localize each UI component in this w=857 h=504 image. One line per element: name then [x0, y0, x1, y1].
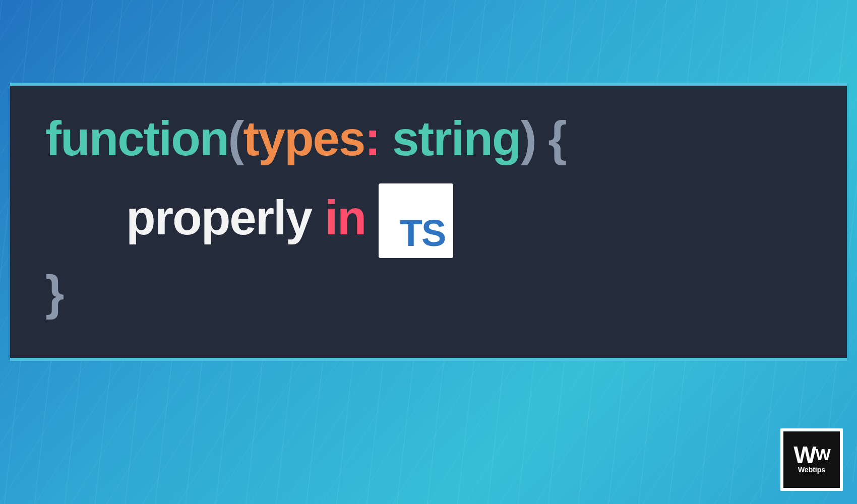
- code-line-3: }: [45, 265, 812, 321]
- watermark-inner: WW Webtips: [783, 431, 840, 488]
- token-colon: :: [364, 111, 380, 165]
- token-brace-close: }: [45, 266, 63, 320]
- typescript-badge-label: TS: [400, 215, 446, 252]
- code-panel: function(types: string) { properly in TS…: [10, 86, 847, 358]
- watermark-badge: WW Webtips: [780, 428, 843, 491]
- panel-border-top: [10, 83, 847, 86]
- typescript-badge-icon: TS: [379, 183, 453, 258]
- code-line-2: properly in TS: [126, 180, 812, 255]
- token-function-keyword: function: [45, 111, 228, 165]
- panel-border-bottom: [10, 358, 847, 361]
- watermark-logo-w2: W: [816, 449, 830, 462]
- token-paren-open: (: [228, 111, 243, 165]
- watermark-logo-icon: WW: [793, 446, 830, 465]
- token-argument-type: string: [380, 111, 520, 165]
- token-argument-name: types: [243, 111, 365, 165]
- token-paren-close: ): [521, 111, 536, 165]
- code-line-1: function(types: string) {: [45, 111, 812, 166]
- watermark-logo-w1: W: [793, 446, 815, 465]
- token-brace-open: {: [536, 111, 566, 165]
- token-word-in: in: [325, 190, 365, 245]
- token-word-properly: properly: [126, 190, 312, 245]
